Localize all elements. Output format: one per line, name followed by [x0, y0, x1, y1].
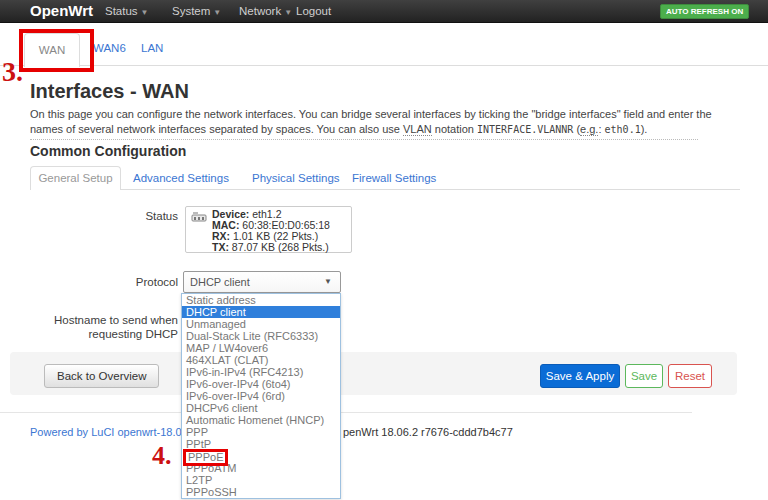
protocol-option[interactable]: Unmanaged	[182, 318, 340, 330]
tab-general-setup[interactable]: General Setup	[30, 166, 121, 190]
tab-physical-settings[interactable]: Physical Settings	[252, 172, 340, 184]
nav-menu-system[interactable]: System▼	[172, 0, 221, 24]
config-tabs-divider	[30, 189, 740, 190]
top-navbar: OpenWrt Status▼ System▼ Network▼ Logout …	[0, 0, 768, 23]
eg-abbr: e.g.	[580, 123, 598, 136]
chevron-down-icon: ▼	[284, 8, 292, 17]
protocol-option[interactable]: PPPoE	[182, 450, 340, 462]
status-label: Status	[60, 210, 178, 222]
protocol-option[interactable]: PPP	[182, 426, 340, 438]
protocol-label: Protocol	[60, 276, 178, 288]
page-description: On this page you can configure the netwo…	[30, 107, 736, 137]
select-caret-icon: ▼	[324, 272, 332, 292]
nav-menu-network[interactable]: Network▼	[239, 0, 292, 24]
protocol-option[interactable]: IPv6-over-IPv4 (6rd)	[182, 390, 340, 402]
protocol-option[interactable]: Static address	[182, 294, 340, 306]
protocol-option[interactable]: L2TP	[182, 474, 340, 486]
save-apply-button[interactable]: Save & Apply	[540, 364, 620, 388]
protocol-select[interactable]: DHCP client ▼	[183, 271, 341, 293]
footer-divider	[0, 412, 692, 413]
auto-refresh-badge[interactable]: AUTO REFRESH ON	[660, 4, 749, 19]
protocol-option[interactable]: Automatic Homenet (HNCP)	[182, 414, 340, 426]
chevron-down-icon: ▼	[213, 8, 221, 17]
vlan-abbr: VLAN	[403, 123, 432, 136]
nav-menu-status[interactable]: Status▼	[105, 0, 149, 24]
back-to-overview-button[interactable]: Back to Overview	[44, 364, 159, 388]
status-box: Device: eth1.2 MAC: 60:38:E0:D0:65:18 RX…	[185, 206, 352, 253]
footer-luci-link[interactable]: Powered by LuCI openwrt-18.06 br	[30, 426, 201, 438]
protocol-option[interactable]: IPv6-over-IPv4 (6to4)	[182, 378, 340, 390]
tab-firewall-settings[interactable]: Firewall Settings	[352, 172, 436, 184]
annotation-box-pppoe: PPPoE	[183, 449, 228, 466]
footer-version-text: penWrt 18.06.2 r7676-cddd7b4c77	[343, 426, 513, 438]
brand-logo: OpenWrt	[30, 0, 93, 22]
annotation-step-4: 4.	[152, 441, 172, 471]
page-actions-bar: Back to Overview Save & Apply Save Reset	[10, 352, 737, 395]
annotation-step-3: 3.	[2, 56, 23, 88]
ethernet-device-icon	[191, 211, 207, 225]
save-button[interactable]: Save	[625, 364, 663, 388]
nav-logout[interactable]: Logout	[296, 0, 331, 22]
description-divider	[30, 139, 698, 140]
protocol-option[interactable]: DHCPv6 client	[182, 402, 340, 414]
section-title: Common Configuration	[30, 143, 186, 159]
protocol-option[interactable]: MAP / LW4over6	[182, 342, 340, 354]
protocol-option[interactable]: Dual-Stack Lite (RFC6333)	[182, 330, 340, 342]
reset-button[interactable]: Reset	[668, 364, 712, 388]
tab-wan6[interactable]: WAN6	[93, 42, 126, 54]
hostname-label: Hostname to send whenrequesting DHCP	[38, 313, 178, 341]
annotation-box-wan-tab	[19, 29, 94, 72]
protocol-option[interactable]: IPv6-in-IPv4 (RFC4213)	[182, 366, 340, 378]
protocol-option[interactable]: 464XLAT (CLAT)	[182, 354, 340, 366]
protocol-dropdown-list[interactable]: Static addressDHCP clientUnmanagedDual-S…	[181, 293, 341, 499]
tab-lan[interactable]: LAN	[141, 42, 163, 54]
status-tx: TX: 87.07 KB (268 Pkts.)	[212, 242, 347, 253]
page-title: Interfaces - WAN	[30, 80, 189, 103]
interface-tabs-divider	[0, 65, 768, 66]
protocol-option[interactable]: DHCP client	[182, 306, 340, 318]
tab-advanced-settings[interactable]: Advanced Settings	[133, 172, 229, 184]
protocol-option[interactable]: PPPoSSH	[182, 486, 340, 498]
openwrt-luci-page: OpenWrt Status▼ System▼ Network▼ Logout …	[0, 0, 768, 500]
chevron-down-icon: ▼	[141, 8, 149, 17]
